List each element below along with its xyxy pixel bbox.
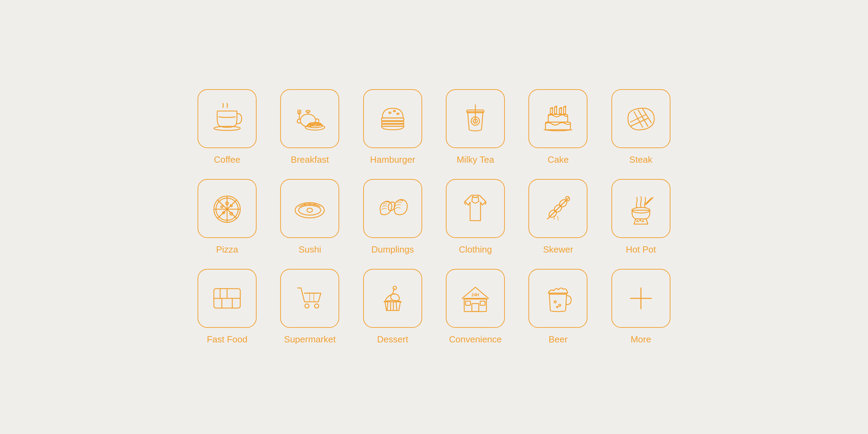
- category-label-clothing: Clothing: [459, 244, 492, 255]
- category-item-dumplings[interactable]: Dumplings: [357, 179, 429, 255]
- icon-box-supermarket: [280, 269, 339, 328]
- svg-line-57: [387, 302, 388, 310]
- svg-point-69: [559, 304, 561, 306]
- svg-point-35: [299, 205, 321, 215]
- clothing-icon: [458, 191, 493, 226]
- svg-point-68: [554, 301, 556, 303]
- sushi-icon: [292, 191, 327, 226]
- svg-rect-22: [545, 122, 570, 130]
- skewer-icon: [541, 191, 575, 226]
- fast-food-icon: [210, 281, 244, 316]
- svg-line-60: [396, 302, 397, 310]
- svg-rect-66: [480, 301, 485, 305]
- category-label-steak: Steak: [629, 154, 653, 165]
- category-grid: Coffee Breakfast: [191, 89, 677, 345]
- category-label-hot-pot: Hot Pot: [626, 244, 656, 255]
- svg-rect-17: [550, 108, 552, 114]
- dumplings-icon: [375, 191, 410, 226]
- category-item-sushi[interactable]: Sushi: [274, 179, 346, 255]
- category-label-milky-tea: Milky Tea: [457, 154, 494, 165]
- breakfast-icon: [292, 101, 327, 136]
- category-item-supermarket[interactable]: Supermarket: [274, 269, 346, 345]
- svg-rect-19: [559, 108, 561, 114]
- category-item-cake[interactable]: Cake: [522, 89, 594, 165]
- category-label-dessert: Dessert: [377, 334, 408, 345]
- category-label-more: More: [631, 334, 651, 345]
- svg-rect-64: [472, 304, 479, 312]
- svg-point-61: [393, 286, 397, 290]
- category-item-steak[interactable]: Steak: [605, 89, 677, 165]
- category-item-coffee[interactable]: Coffee: [191, 89, 263, 165]
- category-label-dumplings: Dumplings: [371, 244, 414, 255]
- convenience-icon: 24H: [458, 281, 493, 316]
- category-item-hamburger[interactable]: Hamburger: [357, 89, 429, 165]
- svg-rect-10: [382, 118, 404, 121]
- svg-line-46: [646, 197, 653, 204]
- category-label-skewer: Skewer: [543, 244, 573, 255]
- svg-point-7: [389, 112, 391, 113]
- icon-box-breakfast: [280, 89, 339, 148]
- icon-box-dessert: [363, 269, 422, 328]
- icon-box-cake: [528, 89, 587, 148]
- more-icon: [624, 281, 658, 316]
- icon-box-clothing: [446, 179, 505, 238]
- category-item-clothing[interactable]: Clothing: [439, 179, 511, 255]
- milky-tea-icon: [458, 101, 493, 136]
- svg-rect-20: [564, 107, 566, 114]
- category-item-skewer[interactable]: Skewer: [522, 179, 594, 255]
- steak-icon: [624, 101, 658, 136]
- icon-box-milky-tea: [446, 89, 505, 148]
- svg-text:24H: 24H: [471, 292, 479, 297]
- icon-box-more: [611, 269, 670, 328]
- category-label-cake: Cake: [548, 154, 569, 165]
- icon-box-beer: [528, 269, 587, 328]
- svg-point-29: [221, 206, 223, 208]
- category-label-breakfast: Breakfast: [291, 154, 329, 165]
- category-label-fast-food: Fast Food: [207, 334, 248, 345]
- category-item-hot-pot[interactable]: Hot Pot: [605, 179, 677, 255]
- cake-icon: [541, 101, 575, 136]
- category-item-beer[interactable]: Beer: [522, 269, 594, 345]
- svg-point-70: [557, 306, 558, 308]
- icon-box-coffee: [198, 89, 257, 148]
- category-label-pizza: Pizza: [216, 244, 238, 255]
- icon-box-steak: [611, 89, 670, 148]
- hamburger-icon: [375, 101, 410, 136]
- icon-box-fast-food: [198, 269, 257, 328]
- svg-line-40: [548, 198, 568, 219]
- category-item-pizza[interactable]: Pizza: [191, 179, 263, 255]
- svg-rect-18: [554, 107, 557, 114]
- pizza-icon: [210, 191, 244, 226]
- icon-box-sushi: [280, 179, 339, 238]
- svg-point-53: [305, 304, 309, 308]
- category-item-breakfast[interactable]: Breakfast: [274, 89, 346, 165]
- coffee-icon: [210, 101, 244, 136]
- icon-box-hamburger: [363, 89, 422, 148]
- svg-point-9: [397, 113, 399, 114]
- supermarket-icon: [292, 281, 327, 316]
- category-item-milky-tea[interactable]: Milky Tea: [439, 89, 511, 165]
- category-label-supermarket: Supermarket: [284, 334, 336, 345]
- hot-pot-icon: [624, 191, 658, 226]
- category-label-sushi: Sushi: [299, 244, 321, 255]
- dessert-icon: [375, 281, 410, 316]
- svg-rect-11: [382, 121, 404, 124]
- category-item-fast-food[interactable]: Fast Food: [191, 269, 263, 345]
- icon-box-skewer: [528, 179, 587, 238]
- svg-point-8: [393, 110, 395, 112]
- icon-box-hot-pot: [611, 179, 670, 238]
- icon-box-convenience: 24H: [446, 269, 505, 328]
- icon-box-pizza: [198, 179, 257, 238]
- category-item-dessert[interactable]: Dessert: [357, 269, 429, 345]
- icon-box-dumplings: [363, 179, 422, 238]
- category-label-coffee: Coffee: [214, 154, 240, 165]
- beer-icon: [541, 281, 575, 316]
- category-label-hamburger: Hamburger: [370, 154, 415, 165]
- svg-rect-65: [466, 301, 470, 305]
- category-label-beer: Beer: [549, 334, 568, 345]
- svg-point-54: [315, 304, 319, 308]
- category-item-convenience[interactable]: 24H Convenience: [439, 269, 511, 345]
- category-label-convenience: Convenience: [449, 334, 502, 345]
- svg-point-36: [307, 208, 312, 212]
- category-item-more[interactable]: More: [605, 269, 677, 345]
